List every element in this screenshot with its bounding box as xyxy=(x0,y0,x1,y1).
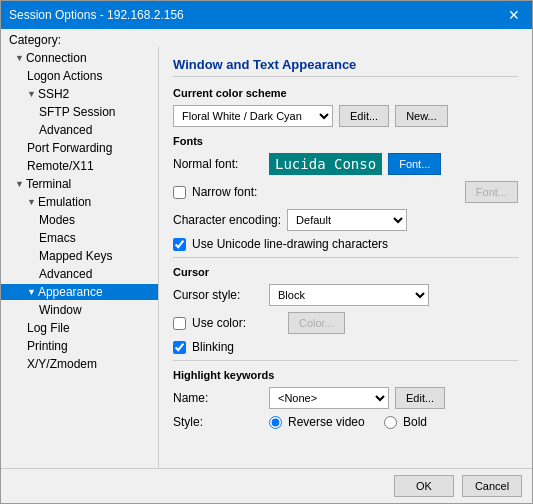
title-bar: Session Options - 192.168.2.156 ✕ xyxy=(1,1,532,29)
cancel-button[interactable]: Cancel xyxy=(462,475,522,497)
blinking-label: Blinking xyxy=(192,340,234,354)
sidebar-item-emulation[interactable]: ▼ Emulation xyxy=(1,194,158,210)
list-item: Emacs xyxy=(1,229,158,247)
expand-icon: ▼ xyxy=(15,179,24,189)
bold-radio[interactable] xyxy=(384,416,397,429)
list-item: X/Y/Zmodem xyxy=(1,355,158,373)
sidebar-item-label: SFTP Session xyxy=(39,105,115,119)
sidebar-item-advanced-ssh[interactable]: Advanced xyxy=(1,122,158,138)
use-color-label: Use color: xyxy=(192,316,282,330)
sidebar-item-window[interactable]: Window xyxy=(1,302,158,318)
narrow-font-label: Narrow font: xyxy=(192,185,282,199)
sidebar-item-label: Advanced xyxy=(39,123,92,137)
sidebar-item-appearance[interactable]: ▼ Appearance xyxy=(1,284,158,300)
sidebar-item-logon-actions[interactable]: Logon Actions xyxy=(1,68,158,84)
reverse-video-radio[interactable] xyxy=(269,416,282,429)
separator2 xyxy=(173,360,518,361)
reverse-video-label: Reverse video xyxy=(288,415,378,429)
sidebar-item-remote-x11[interactable]: Remote/X11 xyxy=(1,158,158,174)
edit-color-scheme-button[interactable]: Edit... xyxy=(339,105,389,127)
list-item: ▼ Connection xyxy=(1,49,158,67)
new-color-scheme-button[interactable]: New... xyxy=(395,105,448,127)
list-item: Window xyxy=(1,301,158,319)
separator xyxy=(173,257,518,258)
sidebar-item-connection[interactable]: ▼ Connection xyxy=(1,50,158,66)
unicode-checkbox[interactable] xyxy=(173,238,186,251)
sidebar-item-label: Log File xyxy=(27,321,70,335)
sidebar-item-label: X/Y/Zmodem xyxy=(27,357,97,371)
color-scheme-row: Floral White / Dark Cyan Edit... New... xyxy=(173,105,518,127)
highlight-section-label: Highlight keywords xyxy=(173,369,518,381)
font-button[interactable]: Font... xyxy=(388,153,441,175)
sidebar-item-xyz-modem[interactable]: X/Y/Zmodem xyxy=(1,356,158,372)
sidebar-item-label: Terminal xyxy=(26,177,71,191)
narrow-font-row: Narrow font: Font... xyxy=(173,181,518,203)
normal-font-label: Normal font: xyxy=(173,157,263,171)
sidebar-item-log-file[interactable]: Log File xyxy=(1,320,158,336)
normal-font-row: Normal font: Lucida Conso Font... xyxy=(173,153,518,175)
blinking-row: Blinking xyxy=(173,340,518,354)
blinking-checkbox[interactable] xyxy=(173,341,186,354)
sidebar-item-emacs[interactable]: Emacs xyxy=(1,230,158,246)
font-preview: Lucida Conso xyxy=(269,153,382,175)
use-color-checkbox[interactable] xyxy=(173,317,186,330)
encoding-row: Character encoding: Default xyxy=(173,209,518,231)
expand-icon: ▼ xyxy=(27,89,36,99)
sidebar-item-modes[interactable]: Modes xyxy=(1,212,158,228)
sidebar-item-label: Remote/X11 xyxy=(27,159,94,173)
dialog-body: ▼ Connection Logon Actions ▼ SSH2 xyxy=(1,47,532,468)
sidebar-item-label: Mapped Keys xyxy=(39,249,112,263)
cursor-style-row: Cursor style: Block Underline Vertical B… xyxy=(173,284,518,306)
cursor-style-select[interactable]: Block Underline Vertical Bar xyxy=(269,284,429,306)
color-button[interactable]: Color... xyxy=(288,312,345,334)
sidebar-item-label: Modes xyxy=(39,213,75,227)
dialog: Session Options - 192.168.2.156 ✕ Catego… xyxy=(0,0,533,504)
title-bar-title: Session Options - 192.168.2.156 xyxy=(9,8,184,22)
sidebar-item-label: Advanced xyxy=(39,267,92,281)
sidebar-item-advanced-terminal[interactable]: Advanced xyxy=(1,266,158,282)
use-color-row: Use color: Color... xyxy=(173,312,518,334)
highlight-name-label: Name: xyxy=(173,391,263,405)
highlight-name-select[interactable]: <None> xyxy=(269,387,389,409)
list-item: Mapped Keys xyxy=(1,247,158,265)
panel-title: Window and Text Appearance xyxy=(173,57,518,77)
bold-label: Bold xyxy=(403,415,493,429)
highlight-style-label: Style: xyxy=(173,415,263,429)
ok-button[interactable]: OK xyxy=(394,475,454,497)
list-item: Port Forwarding xyxy=(1,139,158,157)
highlight-edit-button[interactable]: Edit... xyxy=(395,387,445,409)
unicode-label: Use Unicode line-drawing characters xyxy=(192,237,388,251)
main-panel: Window and Text Appearance Current color… xyxy=(159,47,532,468)
cursor-style-label: Cursor style: xyxy=(173,288,263,302)
sidebar-item-ssh2[interactable]: ▼ SSH2 xyxy=(1,86,158,102)
expand-icon: ▼ xyxy=(27,197,36,207)
close-icon[interactable]: ✕ xyxy=(504,5,524,25)
sidebar-item-label: Logon Actions xyxy=(27,69,102,83)
sidebar-item-port-forwarding[interactable]: Port Forwarding xyxy=(1,140,158,156)
sidebar-item-terminal[interactable]: ▼ Terminal xyxy=(1,176,158,192)
list-item: Printing xyxy=(1,337,158,355)
sidebar-item-mapped-keys[interactable]: Mapped Keys xyxy=(1,248,158,264)
unicode-row: Use Unicode line-drawing characters xyxy=(173,237,518,251)
tree: ▼ Connection Logon Actions ▼ SSH2 xyxy=(1,49,158,373)
narrow-font-checkbox[interactable] xyxy=(173,186,186,199)
sidebar-item-label: Port Forwarding xyxy=(27,141,112,155)
fonts-section-label: Fonts xyxy=(173,135,518,147)
encoding-select[interactable]: Default xyxy=(287,209,407,231)
sidebar-item-label: Emulation xyxy=(38,195,91,209)
sidebar-item-label: SSH2 xyxy=(38,87,69,101)
color-scheme-select[interactable]: Floral White / Dark Cyan xyxy=(173,105,333,127)
cursor-section-label: Cursor xyxy=(173,266,518,278)
bottom-bar: OK Cancel xyxy=(1,468,532,503)
expand-icon: ▼ xyxy=(15,53,24,63)
list-item: Logon Actions xyxy=(1,67,158,85)
list-item: ▼ Appearance xyxy=(1,283,158,301)
narrow-font-button[interactable]: Font... xyxy=(465,181,518,203)
list-item: ▼ Terminal xyxy=(1,175,158,193)
sidebar-item-sftp-session[interactable]: SFTP Session xyxy=(1,104,158,120)
color-scheme-section-label: Current color scheme xyxy=(173,87,518,99)
sidebar-item-printing[interactable]: Printing xyxy=(1,338,158,354)
category-label: Category: xyxy=(1,29,532,47)
list-item: Advanced xyxy=(1,265,158,283)
list-item: ▼ Emulation xyxy=(1,193,158,211)
